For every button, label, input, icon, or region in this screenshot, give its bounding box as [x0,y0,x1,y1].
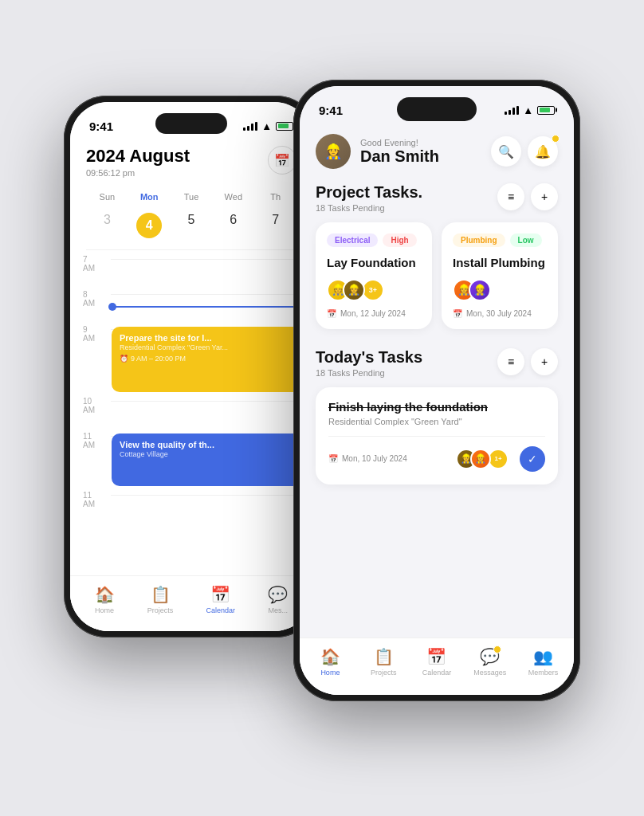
notification-button[interactable]: 🔔 [528,136,558,167]
today-task-date: 📅 Mon, 10 July 2024 [328,454,407,463]
today-task-title: Finish laying the foundation [328,400,545,414]
calendar-icon-button[interactable]: 📅 [268,146,296,175]
calendar-timeline: 7AM 8AM 9AM [70,250,312,528]
back-phone: 9:41 ▲ [64,96,319,638]
avatar-2b: 👷 [469,279,491,301]
avatar-2b-icon: 👷 [473,284,486,296]
today-task-right: 👷 👷 1+ ✓ [456,446,545,472]
home-nav-projects[interactable]: 📋 Projects [363,647,403,677]
scene: 9:41 ▲ [0,0,644,816]
cal-nav-calendar[interactable]: 📅 Calendar [206,585,236,614]
cal-nav-projects[interactable]: 📋 Projects [147,585,174,614]
today-add-button[interactable]: + [531,348,558,375]
home-nav-calendar[interactable]: 📅 Calendar [417,647,457,677]
task-complete-button[interactable]: ✓ [520,446,545,472]
time-line-10 [111,401,300,402]
home-nav-home[interactable]: 🏠 Home [310,647,350,677]
time-line-8 [111,294,300,295]
add-task-button[interactable]: + [531,183,558,210]
calendar-icon-1: 📅 [327,309,336,318]
projects-icon-front: 📋 [374,647,394,666]
task-cards-row: Electrical High Lay Foundation 👷 👷 [316,222,558,329]
time-label-11: 11AM [83,430,111,449]
calendar-icon-back: 📅 [210,585,230,604]
cal-nav-messages[interactable]: 💬 Mes... [268,585,288,614]
event-blue-title: View the quality of th... [120,440,298,449]
members-icon-front: 👥 [533,647,553,666]
home-nav-messages[interactable]: 💬 Messages [470,647,510,677]
cal-nav-home[interactable]: 🏠 Home [95,585,115,614]
tag-electrical: Electrical [327,233,378,247]
task-card-2-tags: Plumbing Low [453,233,547,247]
calendar-subtitle: 09:56:12 pm [86,168,190,178]
calendar-icon-2: 📅 [453,309,462,318]
search-button[interactable]: 🔍 [491,136,521,167]
event-yellow[interactable]: Prepare the site for l... Residential Co… [112,327,306,392]
today-task-subtitle: Residential Complex "Green Yard" [328,417,545,426]
greeting-left: 👷 Good Evening! Dan Smith [316,134,439,169]
f-signal-4 [516,106,519,115]
today-task-avatars: 👷 👷 1+ [456,449,509,469]
time-label-7: 7AM [83,253,111,273]
task-card-lay-foundation[interactable]: Electrical High Lay Foundation 👷 👷 [316,222,432,329]
greeting-text: Good Evening! Dan Smith [360,138,439,166]
date-4[interactable]: 4 [128,208,171,243]
signal-bars-front [505,106,519,115]
avatar-1b: 👷 [343,279,365,301]
tag-high: High [383,233,416,247]
time-label-11-2: 11AM [83,489,111,508]
home-icon-back: 🏠 [95,585,115,604]
date-today[interactable]: 4 [136,213,162,238]
home-bottom-nav: 🏠 Home 📋 Projects 📅 Calendar 💬 Messages [300,638,574,695]
status-icons-back: ▲ [243,120,293,132]
today-filter-button[interactable]: ≡ [497,348,524,375]
avatar-1b-icon: 👷 [348,284,360,296]
date-6[interactable]: 6 [212,208,254,243]
front-phone: 9:41 ▲ [293,80,580,701]
task-card-1-tags: Electrical High [327,233,421,247]
timeslot-10am: 10AM [70,395,312,430]
home-nav-members-label: Members [528,669,559,677]
task-date-2-text: Mon, 30 July 2024 [466,309,532,318]
date-5[interactable]: 5 [171,208,213,243]
signal-bar-2 [247,126,249,131]
date-7[interactable]: 7 [254,208,296,243]
day-mon: Mon [128,192,171,202]
today-task-date-text: Mon, 10 July 2024 [342,454,407,463]
timeslot-11am: 11AM View the quality of th... Cottage V… [70,430,312,489]
clock-icon: ⏰ [120,355,128,363]
status-time-front: 9:41 [319,104,343,117]
calendar-dates-row: 3 4 5 6 7 [70,205,312,249]
home-nav-home-label: Home [320,669,340,677]
home-nav-projects-label: Projects [371,669,397,677]
task-card-1-date: 📅 Mon, 12 July 2024 [327,309,421,318]
greeting-actions: 🔍 🔔 [491,136,558,167]
date-3[interactable]: 3 [86,208,128,243]
day-wed: Wed [212,192,254,202]
dynamic-island-back [155,113,227,134]
greeting-name: Dan Smith [360,147,439,166]
day-sun: Sun [86,192,128,202]
timeslot-7am: 7AM [70,253,312,288]
current-time-dot [108,303,116,311]
f-signal-2 [509,110,511,115]
home-nav-members[interactable]: 👥 Members [524,647,564,677]
status-time-back: 9:41 [89,120,113,133]
battery-icon-front [537,106,555,115]
dynamic-island-front [397,97,477,121]
f-signal-3 [512,108,515,115]
calendar-month-title: 2024 August [86,146,190,167]
home-scroll: 👷 Good Evening! Dan Smith 🔍 🔔 [300,126,574,638]
project-tasks-title: Project Tasks. [316,183,422,202]
filter-button[interactable]: ≡ [497,183,524,210]
task-card-install-plumbing[interactable]: Plumbing Low Install Plumbing 👷 👷 [442,222,558,329]
event-blue[interactable]: View the quality of th... Cottage Villag… [112,434,306,486]
time-label-9: 9AM [83,324,111,343]
todays-tasks-subtitle: 18 Tasks Pending [316,368,422,378]
cal-nav-home-label: Home [95,606,114,614]
tag-low: Low [510,233,542,247]
today-task-card[interactable]: Finish laying the foundation Residential… [316,387,558,484]
cal-nav-projects-label: Projects [147,606,174,614]
user-avatar[interactable]: 👷 [316,134,351,169]
todays-tasks-title-group: Today's Tasks 18 Tasks Pending [316,348,422,378]
